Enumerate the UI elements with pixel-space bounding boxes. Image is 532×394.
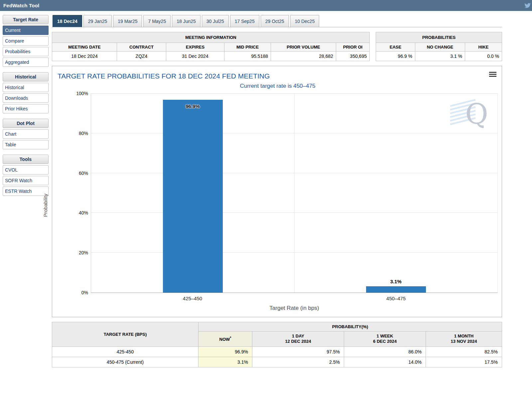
- sidebar-section-target-rate: Target Rate Current Compare Probabilitie…: [3, 15, 49, 67]
- now-header: NOW*: [199, 331, 252, 347]
- twitter-icon[interactable]: [524, 2, 531, 10]
- rate-header: TARGET RATE (BPS): [52, 322, 199, 347]
- meeting-tabs: 18 Dec24 29 Jan25 19 Mar25 7 May25 18 Ju…: [52, 15, 502, 27]
- tab-18-dec24[interactable]: 18 Dec24: [53, 15, 82, 27]
- one-day-header: 1 DAY12 DEC 2024: [252, 331, 344, 347]
- expires-value: 31 Dec 2024: [166, 52, 224, 61]
- tab-10-dec25[interactable]: 10 Dec25: [290, 15, 320, 27]
- tab-17-sep25[interactable]: 17 Sep25: [230, 15, 259, 27]
- sidebar-item-current[interactable]: Current: [3, 26, 49, 35]
- sidebar-section-historical: Historical Historical Downloads Prior Hi…: [3, 72, 49, 113]
- col-expires: EXPIRES: [166, 43, 224, 52]
- no-change-value: 3.1 %: [415, 52, 465, 61]
- plot-area: 100% 80% 60% 40% 20% 0% Q 96.9% 3.1%: [91, 93, 498, 293]
- y-tick-100: 100%: [76, 91, 88, 96]
- hike-value: 0.0 %: [465, 52, 502, 61]
- day-cell: 2.5%: [252, 357, 344, 367]
- sidebar-item-historical[interactable]: Historical: [3, 83, 49, 92]
- month-cell: 17.5%: [426, 357, 502, 367]
- y-tick-80: 80%: [79, 131, 88, 136]
- main-content: 18 Dec24 29 Jan25 19 Mar25 7 May25 18 Ju…: [52, 15, 517, 367]
- one-month-header: 1 MONTH13 NOV 2024: [426, 331, 502, 347]
- y-tick-0: 0%: [81, 290, 88, 295]
- bar-label-425-450: 96.9%: [186, 103, 200, 109]
- probabilities-table: PROBABILITIES EASE NO CHANGE HIKE 96.9 %…: [376, 32, 502, 61]
- sidebar-section-tools: Tools CVOL SOFR Watch ESTR Watch: [3, 155, 49, 196]
- day-cell: 97.5%: [252, 346, 344, 357]
- col-prior-volume: PRIOR VOLUME: [271, 43, 336, 52]
- contract-value: ZQZ4: [117, 52, 166, 61]
- sidebar-header-target-rate: Target Rate: [3, 15, 49, 24]
- sidebar-item-cvol[interactable]: CVOL: [3, 165, 49, 175]
- prior-volume-value: 28,682: [271, 52, 336, 61]
- y-tick-60: 60%: [79, 171, 88, 176]
- sidebar-item-table[interactable]: Table: [3, 140, 49, 149]
- app-header: FedWatch Tool: [0, 0, 532, 11]
- col-contract: CONTRACT: [117, 43, 166, 52]
- col-mid-price: MID PRICE: [224, 43, 271, 52]
- probability-history-table: TARGET RATE (BPS) PROBABILITY(%) NOW* 1 …: [52, 322, 502, 367]
- tab-19-mar25[interactable]: 19 Mar25: [113, 15, 142, 27]
- sidebar-item-prior-hikes[interactable]: Prior Hikes: [3, 104, 49, 113]
- sidebar-item-downloads[interactable]: Downloads: [3, 93, 49, 103]
- sidebar-section-dot-plot: Dot Plot Chart Table: [3, 119, 49, 149]
- sidebar-item-chart[interactable]: Chart: [3, 129, 49, 139]
- bar-425-450[interactable]: [163, 100, 223, 293]
- col-ease: EASE: [376, 43, 415, 52]
- quikstrike-watermark: Q: [450, 98, 490, 130]
- bar-chart: Probability 100% 80% 60% 40% 20% 0% Q: [58, 93, 498, 312]
- bar-label-450-475: 3.1%: [390, 279, 401, 284]
- y-tick-40: 40%: [79, 210, 88, 215]
- col-hike: HIKE: [465, 43, 502, 52]
- meeting-date-value: 18 Dec 2024: [52, 52, 117, 61]
- sidebar: Target Rate Current Compare Probabilitie…: [3, 15, 49, 367]
- tab-29-jan25[interactable]: 29 Jan25: [83, 15, 112, 27]
- mid-price-value: 95.5188: [224, 52, 271, 61]
- y-tick-20: 20%: [79, 250, 88, 255]
- sidebar-item-aggregated[interactable]: Aggregated: [3, 58, 49, 67]
- table-row: 425-450 96.9% 97.5% 86.0% 82.5%: [52, 346, 502, 357]
- x-category-450-475: 450–475: [386, 296, 406, 301]
- now-cell: 3.1%: [199, 357, 252, 367]
- ease-value: 96.9 %: [376, 52, 415, 61]
- tab-29-oct25[interactable]: 29 Oct25: [261, 15, 289, 27]
- sidebar-item-estr-watch[interactable]: ESTR Watch: [3, 187, 49, 196]
- sidebar-item-compare[interactable]: Compare: [3, 36, 49, 46]
- col-meeting-date: MEETING DATE: [52, 43, 117, 52]
- rate-cell: 450-475 (Current): [52, 357, 199, 367]
- meeting-info-table: MEETING INFORMATION MEETING DATE CONTRAC…: [52, 32, 370, 61]
- probability-group-header: PROBABILITY(%): [199, 322, 502, 331]
- chart-menu-icon[interactable]: [489, 71, 496, 78]
- probabilities-title: PROBABILITIES: [376, 32, 502, 43]
- y-axis-title: Probability: [43, 194, 48, 217]
- chart-subtitle: Current target rate is 450–475: [58, 83, 498, 89]
- col-prior-oi: PRIOR OI: [336, 43, 370, 52]
- tab-30-jul25[interactable]: 30 Jul25: [202, 15, 229, 27]
- chart-title: TARGET RATE PROBABILITIES FOR 18 DEC 202…: [58, 72, 498, 80]
- one-week-header: 1 WEEK6 DEC 2024: [344, 331, 426, 347]
- col-no-change: NO CHANGE: [415, 43, 465, 52]
- sidebar-header-dot-plot: Dot Plot: [3, 119, 49, 128]
- sidebar-header-tools: Tools: [3, 155, 49, 164]
- tab-18-jun25[interactable]: 18 Jun25: [172, 15, 200, 27]
- month-cell: 82.5%: [426, 346, 502, 357]
- table-row: 450-475 (Current) 3.1% 2.5% 14.0% 17.5%: [52, 357, 502, 367]
- rate-cell: 425-450: [52, 346, 199, 357]
- x-axis-title: Target Rate (in bps): [91, 305, 498, 312]
- now-cell: 96.9%: [199, 346, 252, 357]
- tab-7-may25[interactable]: 7 May25: [143, 15, 171, 27]
- sidebar-item-sofr-watch[interactable]: SOFR Watch: [3, 176, 49, 185]
- sidebar-header-historical: Historical: [3, 72, 49, 81]
- chart-container: TARGET RATE PROBABILITIES FOR 18 DEC 202…: [52, 66, 502, 317]
- bar-450-475[interactable]: [366, 286, 426, 293]
- prior-oi-value: 350,695: [336, 52, 370, 61]
- week-cell: 86.0%: [344, 346, 426, 357]
- meeting-info-title: MEETING INFORMATION: [52, 32, 370, 43]
- week-cell: 14.0%: [344, 357, 426, 367]
- x-category-425-450: 425–450: [183, 296, 202, 301]
- app-title: FedWatch Tool: [3, 3, 39, 8]
- sidebar-item-probabilities[interactable]: Probabilities: [3, 47, 49, 56]
